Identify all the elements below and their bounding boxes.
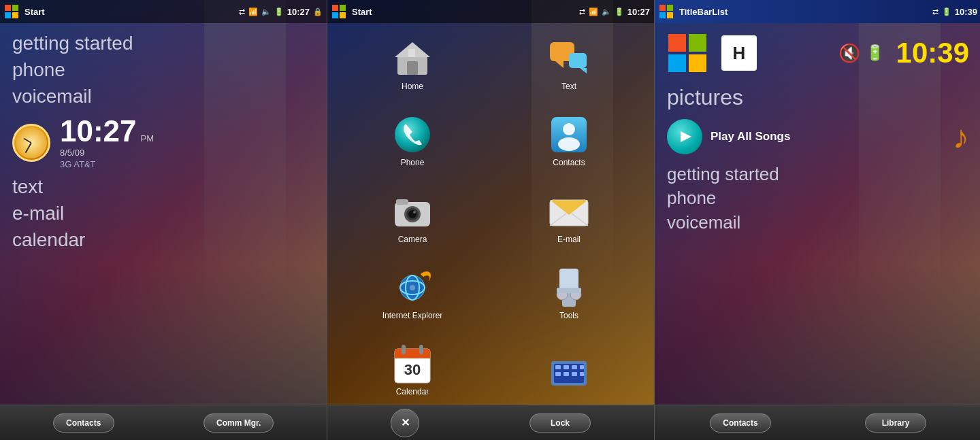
ie-label: Internet Explorer (382, 311, 443, 320)
calendar-icon: 30 (392, 343, 433, 384)
svg-rect-48 (555, 365, 561, 369)
getting-started-link[interactable]: getting started (12, 30, 314, 56)
tools-icon (549, 267, 589, 308)
svg-rect-58 (659, 12, 666, 18)
svg-rect-7 (340, 12, 346, 18)
pictures-link[interactable]: pictures (667, 83, 969, 113)
getting-started-link-3[interactable]: getting started (667, 163, 969, 187)
panel-titlebarlist: TitleBarList ⇄ 🔋 10:39 H 🔇 🔋 10:39 (655, 0, 980, 440)
svg-point-18 (563, 123, 575, 135)
phone-link-3[interactable]: phone (667, 186, 969, 211)
svg-rect-10 (407, 61, 418, 75)
svg-rect-51 (580, 365, 584, 369)
app-calendar[interactable]: 30 Calendar (334, 328, 491, 405)
volume-icon: 🔈 (261, 7, 271, 16)
panel1-bottom-items: text e-mail calendar (12, 173, 314, 253)
status-icons-3: ⇄ 🔋 10:39 (932, 7, 977, 17)
svg-rect-44 (419, 345, 423, 354)
calendar-label: Calendar (396, 387, 429, 396)
svg-marker-15 (580, 68, 587, 73)
app-home[interactable]: Home (334, 23, 491, 99)
voicemail-link-3[interactable]: voicemail (667, 211, 969, 235)
svg-rect-55 (580, 372, 584, 376)
lock-icon: 🔒 (313, 7, 323, 16)
svg-rect-54 (572, 372, 577, 376)
time-date: 8/5/09 (60, 148, 154, 158)
svg-rect-61 (689, 34, 706, 52)
panel3-items: pictures (667, 83, 969, 113)
svg-rect-59 (667, 12, 673, 18)
panel3-big-time: 10:39 (896, 37, 969, 69)
app-camera[interactable]: Camera (334, 175, 491, 252)
svg-rect-5 (340, 5, 346, 11)
voicemail-link[interactable]: voicemail (12, 83, 314, 109)
email-link[interactable]: e-mail (12, 200, 314, 226)
battery-icon-3: 🔋 (942, 7, 951, 16)
battery-full-icon-3: 🔋 (866, 44, 884, 62)
phone-link[interactable]: phone (12, 56, 314, 83)
svg-text:30: 30 (404, 361, 421, 378)
signal-icon-3: ⇄ (932, 7, 938, 16)
svg-rect-2 (5, 12, 11, 18)
app-text[interactable]: Text (491, 23, 647, 99)
camera-label: Camera (398, 235, 427, 244)
camera-icon (392, 191, 433, 232)
svg-rect-0 (5, 5, 11, 11)
panel1-title: Start (24, 7, 236, 17)
svg-point-16 (395, 117, 430, 152)
panel3-title: TitleBarList (679, 7, 930, 17)
svg-rect-1 (12, 5, 18, 11)
big-windows-logo (667, 33, 708, 73)
windows-logo-icon-2 (331, 4, 346, 19)
svg-rect-39 (557, 288, 581, 293)
svg-rect-4 (332, 5, 338, 11)
text-icon (549, 38, 589, 79)
svg-marker-13 (555, 61, 564, 68)
svg-rect-63 (689, 54, 706, 72)
app-tools[interactable]: Tools (491, 252, 647, 328)
panel2-title: Start (352, 7, 576, 17)
status-time-2: 10:27 (627, 7, 650, 17)
app-contacts[interactable]: Contacts (491, 99, 647, 175)
text-link[interactable]: text (12, 173, 314, 200)
panel1-main: getting started phone voicemail 10:27 PM (0, 23, 327, 405)
svg-rect-53 (564, 372, 569, 376)
contacts-button-1[interactable]: Contacts (53, 413, 114, 433)
contacts-button-3[interactable]: Contacts (710, 413, 771, 433)
home-icon (392, 38, 433, 79)
svg-rect-62 (668, 54, 686, 72)
time-block: 10:27 PM 8/5/09 3G AT&T (60, 116, 154, 169)
lock-button[interactable]: Lock (529, 413, 591, 433)
antenna-icon: 📶 (248, 7, 258, 16)
svg-rect-6 (332, 12, 338, 18)
play-all-label: Play All Songs (710, 130, 790, 143)
signal-icon: ⇄ (239, 7, 245, 16)
music-note-icon: ♪ (953, 118, 969, 156)
svg-rect-50 (572, 365, 577, 369)
volume-icon-3: 🔇 (838, 43, 860, 64)
panel-start-2: Start ⇄ 📶 🔈 🔋 10:27 (327, 0, 654, 440)
svg-rect-14 (569, 53, 587, 68)
close-button[interactable]: ✕ (391, 409, 419, 437)
play-all-button[interactable] (667, 119, 702, 154)
app-email[interactable]: E-mail (491, 175, 647, 252)
app-ie[interactable]: Internet Explorer (334, 252, 491, 328)
panel3-big-icons: H 🔇 🔋 10:39 (655, 23, 980, 79)
signal-icon-2: ⇄ (579, 7, 585, 16)
windows-logo-icon (4, 4, 19, 19)
email-icon (549, 191, 589, 232)
phone-label: Phone (401, 158, 425, 167)
app-video[interactable] (491, 328, 647, 405)
calendar-link[interactable]: calendar (12, 226, 314, 253)
status-bar-3: TitleBarList ⇄ 🔋 10:39 (655, 0, 980, 23)
contacts-icon (549, 114, 589, 155)
status-icons-1: ⇄ 📶 🔈 🔋 10:27 🔒 (239, 7, 323, 17)
library-button[interactable]: Library (865, 413, 926, 433)
comm-mgr-button[interactable]: Comm Mgr. (203, 413, 274, 433)
svg-point-25 (413, 211, 416, 214)
clock-minute-hand (25, 143, 32, 154)
windows-logo-icon-3 (659, 4, 674, 19)
svg-rect-43 (402, 345, 406, 354)
app-phone[interactable]: Phone (334, 99, 491, 175)
svg-rect-3 (12, 12, 18, 18)
